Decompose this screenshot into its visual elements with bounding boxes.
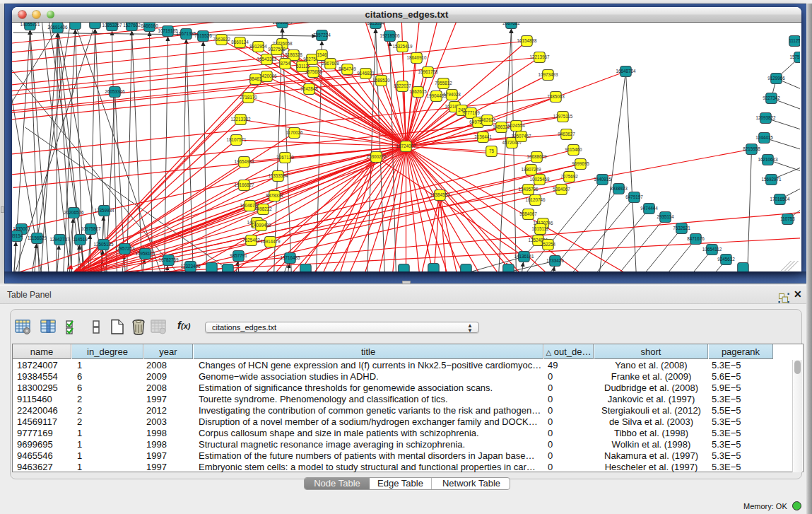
svg-text:11125: 11125 (789, 38, 800, 43)
svg-text:25300275: 25300275 (366, 154, 387, 159)
svg-text:8471676: 8471676 (687, 236, 705, 241)
svg-text:13975115: 13975115 (553, 114, 573, 119)
svg-text:7075692: 7075692 (560, 174, 578, 179)
svg-text:252254: 252254 (541, 242, 556, 247)
svg-text:6794028: 6794028 (443, 92, 461, 97)
svg-text:1615112: 1615112 (531, 226, 549, 231)
svg-text:12093822: 12093822 (755, 115, 776, 120)
svg-text:5384067: 5384067 (553, 187, 570, 192)
svg-text:9327508: 9327508 (268, 47, 286, 52)
svg-text:1170026: 1170026 (286, 130, 303, 135)
svg-text:16543362: 16543362 (257, 57, 277, 62)
svg-text:8938923: 8938923 (610, 186, 628, 191)
svg-text:20691406: 20691406 (47, 25, 68, 30)
svg-text:8322037: 8322037 (394, 83, 411, 88)
svg-text:8813054: 8813054 (367, 23, 384, 25)
svg-text:16648784: 16648784 (616, 69, 636, 74)
svg-text:8186328: 8186328 (285, 52, 302, 57)
svg-text:10853267: 10853267 (102, 23, 122, 28)
svg-text:9474444: 9474444 (640, 206, 658, 211)
svg-text:7955812: 7955812 (435, 81, 452, 86)
svg-text:7357224: 7357224 (313, 33, 331, 37)
svg-text:7625402: 7625402 (242, 238, 260, 243)
svg-text:9115460: 9115460 (565, 147, 582, 152)
svg-text:10688609: 10688609 (526, 154, 547, 159)
svg-text:98463: 98463 (249, 76, 262, 81)
svg-text:1362615: 1362615 (409, 89, 427, 94)
svg-text:4498222: 4498222 (254, 206, 272, 211)
svg-text:16914479: 16914479 (260, 239, 281, 244)
svg-text:9129966: 9129966 (767, 76, 785, 81)
svg-text:39154: 39154 (12, 233, 23, 238)
svg-text:10975867: 10975867 (81, 226, 101, 231)
svg-text:8215958: 8215958 (743, 146, 760, 151)
svg-text:8754: 8754 (280, 61, 290, 66)
svg-text:18640910: 18640910 (406, 55, 427, 60)
svg-text:16120746: 16120746 (525, 197, 546, 202)
svg-text:6466160: 6466160 (141, 23, 158, 28)
svg-text:1527602: 1527602 (123, 23, 141, 28)
svg-text:9242848: 9242848 (300, 86, 318, 91)
svg-text:7632621: 7632621 (673, 226, 690, 230)
svg-text:10958107: 10958107 (135, 251, 155, 256)
svg-text:9777169: 9777169 (462, 110, 480, 115)
svg-text:110753: 110753 (780, 216, 795, 221)
svg-text:7462621: 7462621 (478, 117, 496, 122)
svg-text:10507457: 10507457 (511, 134, 531, 139)
svg-text:18107571: 18107571 (226, 137, 247, 142)
svg-text:75: 75 (489, 148, 495, 153)
svg-text:16033809: 16033809 (272, 23, 293, 25)
svg-text:18724007: 18724007 (396, 144, 416, 148)
svg-text:1588520: 1588520 (372, 78, 390, 83)
svg-text:7485063: 7485063 (547, 94, 565, 99)
svg-text:9699695: 9699695 (572, 161, 589, 166)
svg-text:15751074: 15751074 (789, 54, 800, 59)
svg-text:9857791: 9857791 (230, 253, 247, 258)
svg-text:16671385: 16671385 (176, 31, 196, 36)
svg-text:2136441: 2136441 (474, 134, 492, 139)
svg-text:16154838: 16154838 (517, 38, 537, 43)
svg-text:7663822: 7663822 (213, 37, 230, 42)
svg-text:16782759: 16782759 (158, 257, 179, 262)
svg-text:1546: 1546 (317, 52, 327, 57)
svg-text:19218506: 19218506 (379, 33, 400, 38)
svg-text:2367608: 2367608 (322, 61, 339, 66)
svg-text:19166827: 19166827 (234, 182, 254, 187)
svg-text:11156829: 11156829 (28, 235, 47, 240)
svg-text:9146821: 9146821 (357, 71, 375, 76)
svg-text:2935114: 2935114 (657, 214, 674, 219)
svg-text:8912954: 8912954 (249, 44, 267, 49)
svg-text:20206576: 20206576 (64, 210, 84, 215)
svg-text:114519: 114519 (73, 237, 88, 242)
svg-text:7515526: 7515526 (194, 33, 212, 38)
svg-text:2718170: 2718170 (240, 95, 257, 100)
svg-text:12505135: 12505135 (93, 242, 114, 247)
svg-text:16210643: 16210643 (758, 157, 778, 162)
svg-text:1440915: 1440915 (594, 177, 611, 182)
svg-text:17957253: 17957253 (114, 246, 135, 251)
svg-text:10719185: 10719185 (158, 28, 178, 33)
svg-text:9227342: 9227342 (763, 95, 780, 100)
svg-text:12323446: 12323446 (180, 264, 201, 269)
svg-text:14055721: 14055721 (20, 23, 40, 27)
svg-text:19384554: 19384554 (430, 192, 450, 197)
svg-text:17359934: 17359934 (94, 208, 114, 213)
svg-text:26053346: 26053346 (105, 89, 125, 94)
svg-text:15325419: 15325419 (392, 44, 413, 49)
svg-text:8878334: 8878334 (266, 193, 283, 198)
svg-text:5384067: 5384067 (519, 211, 537, 216)
svg-text:9245612: 9245612 (717, 257, 735, 262)
svg-text:17016504: 17016504 (770, 197, 790, 201)
svg-text:1244415: 1244415 (755, 135, 773, 140)
svg-text:14099489: 14099489 (251, 223, 271, 228)
svg-text:2087682: 2087682 (502, 23, 520, 25)
svg-text:10973493: 10973493 (538, 72, 558, 77)
svg-text:63112: 63112 (296, 64, 309, 69)
svg-text:15692971: 15692971 (761, 177, 782, 182)
svg-text:12942737: 12942737 (49, 237, 70, 242)
svg-text:12213967: 12213967 (529, 54, 550, 59)
svg-text:10654112: 10654112 (702, 247, 722, 252)
svg-text:8660124: 8660124 (231, 40, 249, 45)
svg-text:3267130: 3267130 (276, 155, 294, 160)
svg-text:10025458: 10025458 (529, 177, 550, 182)
